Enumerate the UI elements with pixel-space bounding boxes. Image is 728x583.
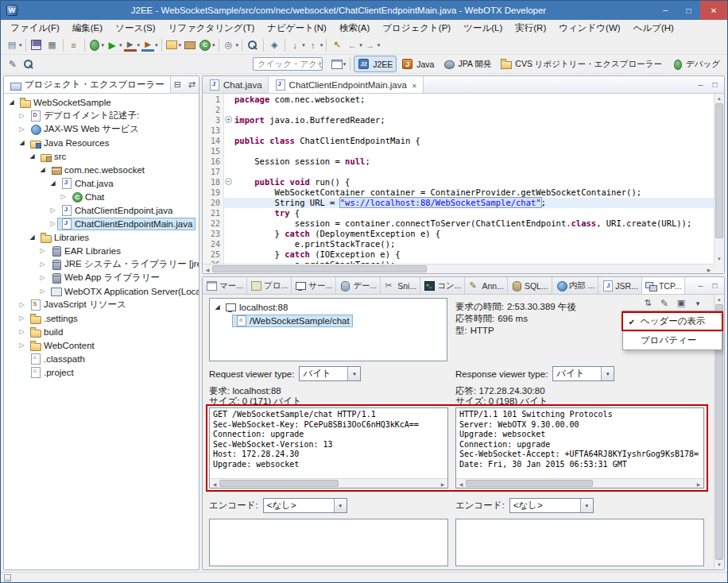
status-icon[interactable] [4,574,11,581]
fold-minus-icon[interactable]: − [225,178,232,185]
menu-item[interactable]: ファイル(F) [4,21,66,36]
perspective-debug[interactable]: デバッグ [667,56,724,72]
scroll-left-icon[interactable] [456,479,466,488]
last-edit-location-button[interactable] [329,37,345,53]
request-viewer-type-select[interactable]: バイト [299,366,361,381]
tree-item-package-com-nec-websocket[interactable]: com.nec.websocket [4,163,199,176]
new-java-project-button[interactable] [165,37,183,53]
new-class-button[interactable] [198,37,216,53]
external-tools-button[interactable] [141,37,159,53]
tree-item-websocketsample[interactable]: WebSocketSample [4,95,199,109]
tab-sql-results[interactable]: SQL... [508,277,552,294]
view-menu-button[interactable] [691,296,705,310]
next-annotation-button[interactable] [288,37,306,53]
tree-twistie-icon[interactable] [28,153,37,160]
forward-button[interactable] [363,37,381,53]
response-decoded-pane[interactable] [455,519,704,566]
tree-twistie-icon[interactable] [59,193,68,200]
scrollbar-thumb[interactable] [219,480,339,487]
tree-item-build[interactable]: build [4,325,199,338]
menu-item[interactable]: ソース(S) [109,21,161,36]
request-horizontal-scrollbar[interactable] [210,478,447,488]
tree-twistie-icon[interactable] [38,288,47,295]
tree-item-webotx-application-server[interactable]: WebOTX Application Server(Local) [4,284,199,298]
menu-item[interactable]: リファクタリング(T) [161,21,261,36]
tree-item-chat-java[interactable]: Chat.java [4,176,199,190]
request-encoding-select[interactable]: <なし> [263,498,347,513]
tree-item-jaxws-web-services[interactable]: JAX-WS Web サービス [4,122,199,136]
perspective-cvs[interactable]: CVS リポジトリー・エクスプローラー [496,56,666,72]
scrollbar-thumb[interactable] [715,103,723,238]
new-wizard-button[interactable] [5,37,23,53]
title-bar[interactable]: W J2EE - WebSocketSample/src/com/nec/web… [1,1,727,20]
tab-properties[interactable]: プロ... [247,277,292,294]
monitor-host-item[interactable]: localhost:88 [210,300,447,314]
tree-twistie-icon[interactable] [17,301,26,308]
code-line[interactable]: 19 WebSocketContainer container = Contai… [203,187,714,198]
scroll-right-icon[interactable] [704,264,714,273]
menu-item[interactable]: 実行(R) [509,21,552,36]
minimize-view-button[interactable] [694,279,707,292]
link-with-editor-button[interactable] [185,78,199,91]
sort-by-time-button[interactable] [641,296,655,310]
tree-item-project-file[interactable]: .project [4,365,199,379]
tree-item-webcontent[interactable]: WebContent [4,338,199,352]
save-button[interactable] [29,37,45,53]
maximize-view-button[interactable] [708,279,722,292]
back-button[interactable] [345,37,363,53]
search-button[interactable] [245,37,261,53]
menu-item-show-headers[interactable]: ヘッダーの表示 [623,313,722,330]
tab-annotations[interactable]: Ann... [465,277,507,294]
code-line[interactable]: 16 Session session = null; [203,156,714,167]
maximize-button[interactable] [677,1,700,20]
tree-item-libraries[interactable]: Libraries [4,230,199,244]
tab-tcp-monitor[interactable]: TCP... [642,277,685,294]
monitor-request-item[interactable]: /WebSocketSample/chat [210,314,447,327]
pin-view-button[interactable] [674,296,688,310]
tree-twistie-icon[interactable] [7,98,16,106]
tree-twistie-icon[interactable] [38,166,47,173]
menu-item[interactable]: プロジェクト(P) [376,21,457,36]
debug-button[interactable] [87,37,106,53]
code-line[interactable]: 21 try { [203,208,714,218]
tree-twistie-icon[interactable] [48,180,57,187]
collapse-all-button[interactable] [171,78,184,91]
open-task-button[interactable] [222,37,240,53]
perspective-jpa[interactable]: JPA 開発 [439,56,495,72]
tab-console[interactable]: コン... [420,277,465,294]
tab-snippets[interactable]: Sni... [381,277,420,294]
code-line[interactable]: 3+import java.io.BufferedReader; [203,115,714,125]
tree-twistie-icon[interactable] [17,328,26,335]
close-button[interactable] [700,1,727,20]
tree-item-web-app-library[interactable]: Web App ライブラリー [4,271,199,284]
coverage-button[interactable] [123,37,141,53]
tree-item-settings[interactable]: .settings [4,311,199,325]
tree-twistie-icon[interactable] [38,247,47,254]
tree-twistie-icon[interactable] [28,234,37,241]
minimize-button[interactable] [654,1,677,20]
scroll-right-icon[interactable] [694,479,703,488]
code-line[interactable]: 13 [203,125,714,136]
code-line[interactable]: 22 session = container.connectToServer(C… [203,218,714,229]
code-line[interactable]: 20 String URL = "ws://localhost:88/WebSo… [203,198,714,208]
scroll-left-icon[interactable] [210,479,219,488]
response-horizontal-scrollbar[interactable] [456,478,703,488]
new-package-button[interactable] [182,37,198,53]
code-line[interactable]: 14public class ChatClientEndpointMain { [203,136,714,146]
project-explorer-tab[interactable]: プロジェクト・エクスプローラー [4,76,171,93]
code-line[interactable]: 17 [203,167,714,177]
tab-chatclientendpointmain-java[interactable]: ChatClientEndpointMain.java [269,76,424,93]
tab-data-source[interactable]: デー... [336,277,381,294]
mark-occurrences-button[interactable] [266,37,282,53]
tree-item-chat-class[interactable]: Chat [4,190,199,203]
tree-twistie-icon[interactable] [17,342,26,349]
tree-twistie-icon[interactable] [17,112,26,119]
tree-twistie-icon[interactable] [17,315,26,322]
tree-twistie-icon[interactable] [48,207,57,214]
code-line[interactable]: 23 } catch (DeploymentException e) { [203,229,714,239]
print-button[interactable] [45,37,60,53]
scroll-down-icon[interactable] [714,254,724,264]
scroll-right-icon[interactable] [438,479,447,488]
scrollbar-thumb[interactable] [212,265,427,272]
perspective-j2ee[interactable]: J2EE [354,56,397,72]
